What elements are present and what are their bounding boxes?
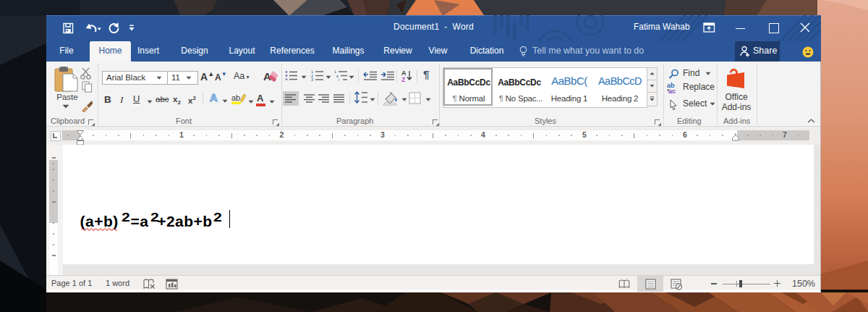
svg-text:3: 3 [311, 77, 313, 81]
svg-text:ab: ab [231, 93, 240, 102]
svg-text:Z: Z [401, 76, 406, 83]
svg-text:ac: ac [668, 88, 676, 94]
svg-text:i: i [339, 77, 339, 81]
